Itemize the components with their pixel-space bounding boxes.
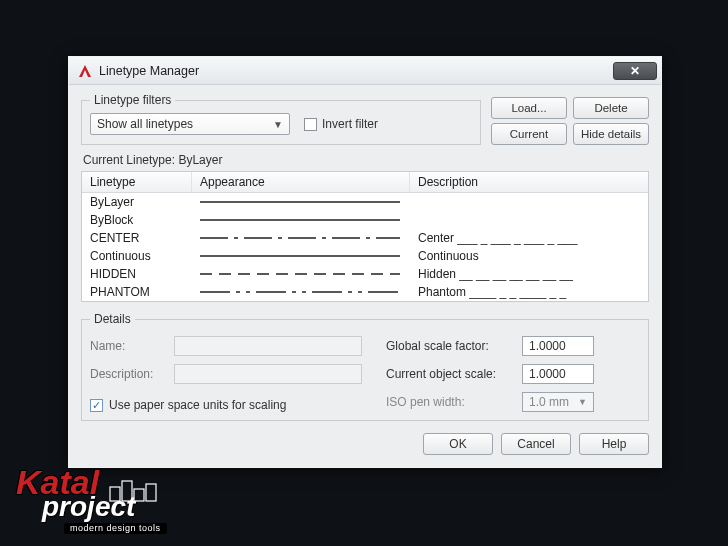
svg-rect-9 <box>146 484 156 501</box>
table-row[interactable]: ContinuousContinuous <box>82 247 648 265</box>
filter-dropdown-value: Show all linetypes <box>97 117 193 131</box>
cell-description: Center ___ _ ___ _ ___ _ ___ <box>410 230 648 246</box>
col-appearance[interactable]: Appearance <box>192 172 410 192</box>
cell-description <box>410 201 648 203</box>
col-linetype[interactable]: Linetype <box>82 172 192 192</box>
list-header: Linetype Appearance Description <box>82 172 648 193</box>
cell-linetype: ByBlock <box>82 212 192 228</box>
svg-rect-6 <box>110 487 120 501</box>
name-label: Name: <box>90 339 166 353</box>
cell-linetype: PHANTOM <box>82 284 192 300</box>
details-legend: Details <box>90 312 135 326</box>
invert-filter-checkbox[interactable]: Invert filter <box>304 117 378 131</box>
cell-description: Phantom ____ _ _ ____ _ _ <box>410 284 648 300</box>
cell-description: Continuous <box>410 248 648 264</box>
table-row[interactable]: CENTERCenter ___ _ ___ _ ___ _ ___ <box>82 229 648 247</box>
close-button[interactable]: ✕ <box>613 62 657 80</box>
cell-appearance <box>192 248 410 264</box>
cell-linetype: HIDDEN <box>82 266 192 282</box>
use-paper-label: Use paper space units for scaling <box>109 398 286 412</box>
table-row[interactable]: PHANTOMPhantom ____ _ _ ____ _ _ <box>82 283 648 301</box>
app-icon <box>77 63 93 79</box>
invert-filter-label: Invert filter <box>322 117 378 131</box>
cancel-button[interactable]: Cancel <box>501 433 571 455</box>
iso-pen-label: ISO pen width: <box>386 395 514 409</box>
cell-appearance <box>192 212 410 228</box>
cell-appearance <box>192 230 410 246</box>
global-scale-field[interactable]: 1.0000 <box>522 336 594 356</box>
skyline-icon <box>108 477 168 503</box>
linetype-manager-dialog: Linetype Manager ✕ Linetype filters Show… <box>68 56 662 468</box>
table-row[interactable]: ByBlock <box>82 211 648 229</box>
cell-linetype: ByLayer <box>82 194 192 210</box>
svg-rect-8 <box>134 489 144 501</box>
delete-button[interactable]: Delete <box>573 97 649 119</box>
col-description[interactable]: Description <box>410 172 648 192</box>
watermark-tag: modern design tools <box>64 523 167 534</box>
cell-appearance <box>192 266 410 282</box>
chevron-down-icon: ▼ <box>273 119 283 130</box>
table-row[interactable]: HIDDENHidden __ __ __ __ __ __ __ <box>82 265 648 283</box>
description-field <box>174 364 362 384</box>
cell-description: Hidden __ __ __ __ __ __ __ <box>410 266 648 282</box>
close-icon: ✕ <box>630 64 640 78</box>
global-scale-label: Global scale factor: <box>386 339 514 353</box>
cell-linetype: CENTER <box>82 230 192 246</box>
object-scale-field[interactable]: 1.0000 <box>522 364 594 384</box>
use-paper-space-checkbox[interactable]: ✓ Use paper space units for scaling <box>90 398 362 412</box>
current-linetype-label: Current Linetype: ByLayer <box>83 153 647 167</box>
chevron-down-icon: ▼ <box>578 397 587 407</box>
svg-rect-7 <box>122 481 132 501</box>
watermark: Katal project modern design tools <box>16 465 167 534</box>
hide-details-button[interactable]: Hide details <box>573 123 649 145</box>
iso-pen-dropdown: 1.0 mm ▼ <box>522 392 594 412</box>
cell-linetype: Continuous <box>82 248 192 264</box>
cell-appearance <box>192 284 410 300</box>
load-button[interactable]: Load... <box>491 97 567 119</box>
object-scale-label: Current object scale: <box>386 367 514 381</box>
dialog-title: Linetype Manager <box>99 64 199 78</box>
name-field <box>174 336 362 356</box>
cell-description <box>410 219 648 221</box>
linetype-filters-group: Linetype filters Show all linetypes ▼ In… <box>81 93 481 145</box>
details-group: Details Name: Description: ✓ Use paper s… <box>81 312 649 421</box>
ok-button[interactable]: OK <box>423 433 493 455</box>
titlebar: Linetype Manager ✕ <box>69 57 661 85</box>
description-label: Description: <box>90 367 166 381</box>
filters-legend: Linetype filters <box>90 93 175 107</box>
cell-appearance <box>192 194 410 210</box>
help-button[interactable]: Help <box>579 433 649 455</box>
filter-dropdown[interactable]: Show all linetypes ▼ <box>90 113 290 135</box>
current-button[interactable]: Current <box>491 123 567 145</box>
checkbox-box <box>304 118 317 131</box>
checkbox-box: ✓ <box>90 399 103 412</box>
table-row[interactable]: ByLayer <box>82 193 648 211</box>
linetype-list: Linetype Appearance Description ByLayerB… <box>81 171 649 302</box>
